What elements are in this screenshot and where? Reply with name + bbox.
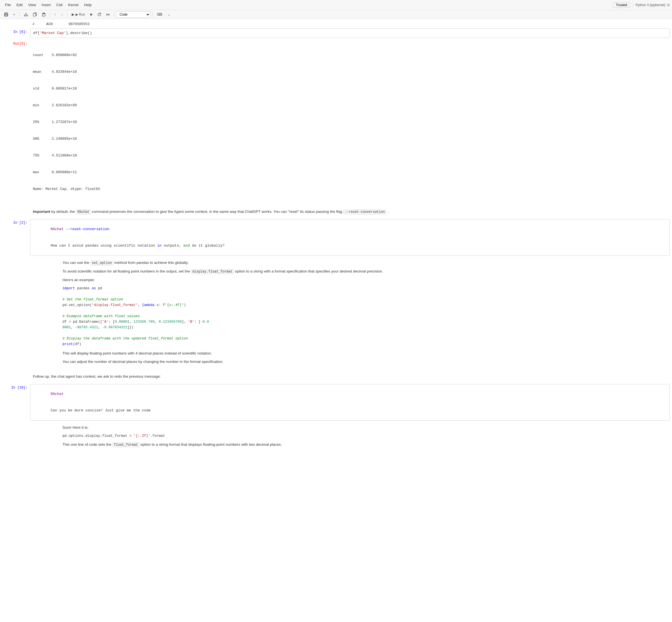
svg-line-6 xyxy=(26,13,27,15)
kernel-separator: | xyxy=(632,3,633,7)
followup-text: Follow up, the chat agent has context, w… xyxy=(30,371,670,382)
menu-kernel[interactable]: Kernel xyxy=(65,2,81,7)
restart-button[interactable] xyxy=(95,11,103,18)
resp2-df-line1: df = pd.DataFrame({'A': [0.00001, 123456… xyxy=(63,319,670,325)
out-line-std: std 9.005017e+10 xyxy=(33,86,670,92)
out-line-50: 50% 2.140095e+10 xyxy=(33,136,670,142)
menu-help[interactable]: Help xyxy=(81,2,95,7)
resp2-comment3: # Display the dataframe with the updated… xyxy=(63,336,670,341)
menu-insert[interactable]: Insert xyxy=(39,2,54,7)
response-10-body: Sure! Here it is: pd.options.display.flo… xyxy=(30,423,670,452)
save-button[interactable] xyxy=(2,11,10,18)
cell-6-container: In [6]: df['Market Cap'].describe() xyxy=(0,28,672,38)
response-2-body: You can use the set_option method from p… xyxy=(30,258,670,369)
explanation-1-para: Important by default, the %%chat command… xyxy=(33,209,667,215)
cell-6-str-market-cap: 'Market Cap' xyxy=(40,31,66,35)
notebook: 4 ACN 9876585553 In [6]: df['Market Cap'… xyxy=(0,19,672,456)
print-kw: print xyxy=(63,342,73,346)
explanation-1-text: Important by default, the %%chat command… xyxy=(30,206,670,217)
resp2-df-line2: 0001, -98765.4321, -0.987654321]}) xyxy=(63,325,670,330)
resp2-code-block: import pandas as pd # Set the float_form… xyxy=(63,286,670,347)
move-up-button[interactable]: ↑ xyxy=(52,11,58,18)
cell-2-q1: How can I avoid pandas using scientific … xyxy=(50,243,157,248)
cell-6-out-container: Out[6]: count 5.050000e+02 mean 4.923944… xyxy=(0,40,672,205)
restart-run-button[interactable]: ⏭ xyxy=(104,11,112,18)
stop-button[interactable]: ■ xyxy=(88,11,94,18)
menu-file[interactable]: File xyxy=(2,2,14,7)
move-down-button[interactable]: ↓ xyxy=(59,11,65,18)
exp1-code2: --reset-conversation xyxy=(343,209,386,214)
cell-2-input[interactable]: %%chat --reset-conversation How can I av… xyxy=(30,219,670,256)
cut-button[interactable] xyxy=(22,11,30,18)
exp1-text3: . xyxy=(387,209,388,214)
cell-2-in-label: In [2]: xyxy=(2,219,30,225)
menu-edit[interactable]: Edit xyxy=(14,2,25,7)
out-line-75: 75% 4.511968e+10 xyxy=(33,153,670,159)
format-spec: {x:.4f} xyxy=(167,303,182,307)
add-cell-button[interactable]: + xyxy=(11,11,17,18)
resp10-code-block: pd.options.display.float_format = '{:.2f… xyxy=(63,433,670,439)
cell-2-q2: outputs, xyxy=(162,243,183,248)
paste-button[interactable] xyxy=(40,11,48,18)
resp10-p1: Sure! Here it is: xyxy=(63,424,670,431)
out-line-min: min 2.626102e+09 xyxy=(33,103,670,108)
cell-6-input[interactable]: df['Market Cap'].describe() xyxy=(30,29,670,38)
copy-button[interactable] xyxy=(31,11,39,18)
cell-10-input[interactable]: %%chat Can you be more concise? Just giv… xyxy=(30,384,670,421)
top-partial-row: 4 ACN 9876585553 xyxy=(0,22,672,27)
cell-10-magic: %%chat xyxy=(50,392,64,396)
cell-2-container: In [2]: %%chat --reset-conversation How … xyxy=(0,219,672,256)
as-kw: as xyxy=(92,286,96,290)
trusted-button[interactable]: Trusted xyxy=(613,2,630,8)
toolbar-divider-4 xyxy=(114,12,114,17)
import-kw: import xyxy=(63,286,75,290)
resp2-set-option: set_option xyxy=(90,261,113,266)
resp2-set-option-line: pd.set_option('display.float_format', la… xyxy=(63,302,670,308)
resp10-p2: This one line of code sets the float_for… xyxy=(63,442,670,448)
cell-2-q: ? xyxy=(222,243,225,248)
menu-cell[interactable]: Cell xyxy=(54,2,65,7)
menu-view[interactable]: View xyxy=(25,2,39,7)
cell-10-rest: Just give me the code xyxy=(103,408,151,413)
explanation-1-container: Important by default, the %%chat command… xyxy=(0,206,672,217)
cell-6-out-label: Out[6]: xyxy=(2,40,30,46)
menubar: File Edit View Insert Cell Kernel Help T… xyxy=(0,0,672,10)
out-line-count: count 5.050000e+02 xyxy=(33,53,670,58)
response-2-container: You can use the set_option method from p… xyxy=(0,257,672,370)
resp2-trailing2: You can adjust the number of decimal pla… xyxy=(63,359,670,365)
resp2-trailing1: This will display floating point numbers… xyxy=(63,350,670,357)
svg-line-5 xyxy=(25,13,26,15)
exp1-code1: %%chat xyxy=(76,209,91,214)
lambda-kw: lambda xyxy=(142,303,154,307)
exp1-text1: by default, the xyxy=(51,209,76,214)
out-line-max: max 8.095080e+11 xyxy=(33,170,670,175)
partial-row-col1: ACN xyxy=(46,22,63,26)
df-key-A: 'A' xyxy=(102,320,109,324)
cell-2-q3: do it globally xyxy=(190,243,222,248)
kernel-name: Python 3 (ipykernel) xyxy=(635,3,665,7)
resp10-code-line: pd.options.display.float_format = '{:.2f… xyxy=(63,433,670,439)
svg-rect-8 xyxy=(33,13,36,16)
keyboard-button[interactable]: ⌨ xyxy=(155,11,164,18)
menubar-right: Trusted | Python 3 (ipykernel) xyxy=(613,2,670,8)
resp2-import-line: import pandas as pd xyxy=(63,286,670,291)
cell-10-container: In [10]: %%chat Can you be more concise?… xyxy=(0,383,672,421)
kernel-info: Python 3 (ipykernel) xyxy=(635,3,670,7)
svg-rect-1 xyxy=(5,13,7,14)
resp2-p3: Here's an example: xyxy=(63,277,670,283)
run-button[interactable]: ▶ ▶ Run xyxy=(70,11,87,18)
cell-2-in: in xyxy=(157,243,162,248)
val-a1: 0.00001 xyxy=(115,320,130,324)
svg-point-3 xyxy=(24,15,25,16)
display-float-format-str: 'display.float_format' xyxy=(92,303,138,307)
extension-chevron-button[interactable]: ⌄ xyxy=(165,11,172,18)
resp10-eq: = xyxy=(129,434,132,438)
val-a3: 0.123456789 xyxy=(158,320,182,324)
out-line-mean: mean 4.923944e+10 xyxy=(33,69,670,75)
toolbar-divider-2 xyxy=(50,12,50,17)
val-b1-cont: 0001 xyxy=(63,325,71,330)
cell-type-select[interactable]: Code Markdown Raw NBConvert xyxy=(116,11,150,18)
resp10-format-str: '{:.2f}' xyxy=(134,434,150,438)
run-icon: ▶ xyxy=(72,12,74,16)
explanation-1-body: Important by default, the %%chat command… xyxy=(30,206,670,217)
